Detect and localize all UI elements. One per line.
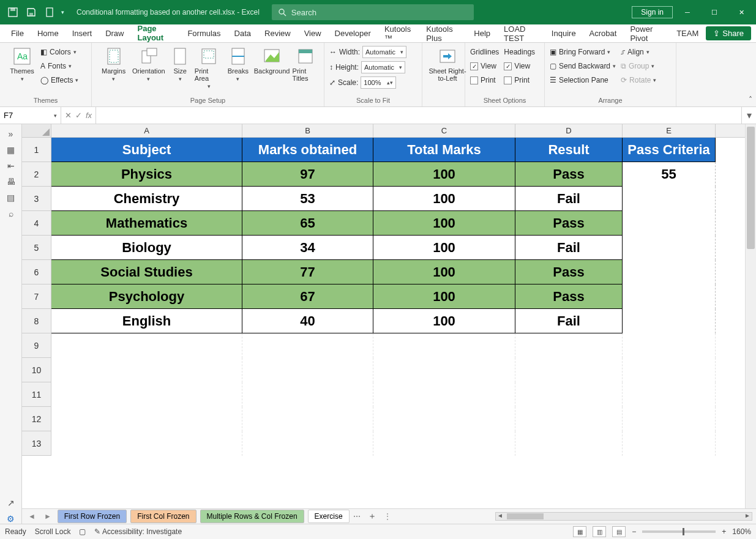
col-header-a[interactable]: A: [51, 124, 242, 137]
macro-record-icon[interactable]: ▢: [79, 527, 86, 536]
formula-expand-icon[interactable]: ▾: [741, 107, 756, 124]
cell[interactable]: [51, 382, 242, 407]
cell[interactable]: Physics: [51, 162, 242, 187]
side-gear-icon[interactable]: ⚙: [7, 514, 15, 524]
tab-file[interactable]: File: [5, 26, 30, 41]
accessibility-status[interactable]: ✎ Accessibility: Investigate: [94, 527, 182, 536]
enter-formula-icon[interactable]: ✓: [75, 111, 82, 120]
cell[interactable]: Total Marks: [373, 138, 515, 162]
row-header[interactable]: 10: [22, 358, 51, 382]
cell[interactable]: Result: [515, 138, 623, 162]
bring-forward-button[interactable]: ▣Bring Forward▾: [550, 45, 616, 59]
col-header-e[interactable]: E: [623, 124, 716, 137]
col-header-b[interactable]: B: [242, 124, 373, 137]
select-all-corner[interactable]: [22, 124, 51, 137]
cell[interactable]: [623, 333, 716, 358]
share-button[interactable]: ⇪Share: [706, 26, 751, 40]
cell[interactable]: 53: [242, 187, 373, 211]
side-icon-5[interactable]: ⌕: [9, 209, 13, 218]
sheet-tab-1[interactable]: First Row Frozen: [58, 510, 127, 523]
sheet-nav-next[interactable]: ►: [42, 512, 54, 521]
fonts-button[interactable]: AFonts▾: [40, 59, 78, 73]
cell[interactable]: [623, 211, 716, 236]
tab-acrobat[interactable]: Acrobat: [583, 26, 623, 41]
cell[interactable]: [373, 333, 515, 358]
cell[interactable]: [515, 431, 623, 456]
sheet-nav-prev[interactable]: ◄: [26, 512, 38, 521]
save-icon[interactable]: [24, 6, 38, 19]
size-button[interactable]: Size▾: [167, 45, 193, 82]
tab-data[interactable]: Data: [228, 26, 257, 41]
cell[interactable]: [242, 382, 373, 407]
headings-view-checkbox[interactable]: ✓View: [504, 59, 535, 73]
cell[interactable]: [373, 407, 515, 431]
cell[interactable]: [242, 333, 373, 358]
tab-power-pivot[interactable]: Power Pivot: [624, 21, 669, 46]
tab-draw[interactable]: Draw: [99, 26, 130, 41]
background-button[interactable]: Background: [253, 45, 291, 75]
horizontal-scrollbar[interactable]: [495, 512, 752, 521]
selection-pane-button[interactable]: ☰Selection Pane: [550, 73, 616, 87]
cell[interactable]: Pass Criteria: [623, 138, 716, 162]
breaks-button[interactable]: Breaks▾: [225, 45, 251, 82]
sheet-more-icon[interactable]: ⋯: [353, 512, 361, 521]
search-box[interactable]: Search: [272, 4, 474, 20]
send-backward-button[interactable]: ▢Send Backward▾: [550, 59, 616, 73]
side-icon-3[interactable]: 🖶: [7, 177, 15, 187]
effects-button[interactable]: ◯Effects▾: [40, 73, 78, 87]
cell[interactable]: 97: [242, 162, 373, 187]
row-header[interactable]: 2: [22, 162, 51, 187]
colors-button[interactable]: ◧Colors▾: [40, 45, 78, 59]
cell[interactable]: Pass: [515, 162, 623, 187]
cell[interactable]: Marks obtained: [242, 138, 373, 162]
view-page-layout-button[interactable]: ▥: [593, 526, 606, 537]
name-box[interactable]: F7▾: [0, 107, 61, 124]
side-icon-2[interactable]: ⇤: [7, 161, 15, 171]
formula-input[interactable]: [96, 107, 741, 124]
zoom-out-button[interactable]: −: [632, 527, 636, 536]
view-normal-button[interactable]: ▦: [573, 526, 586, 537]
cell[interactable]: [373, 431, 515, 456]
cell[interactable]: 100: [373, 187, 515, 211]
tab-load-test[interactable]: LOAD TEST: [498, 21, 544, 46]
cell[interactable]: [515, 333, 623, 358]
tab-insert[interactable]: Insert: [66, 26, 99, 41]
cell[interactable]: Pass: [515, 211, 623, 236]
width-select[interactable]: Automatic▾: [362, 46, 406, 58]
cell[interactable]: [623, 309, 716, 333]
cell[interactable]: [51, 333, 242, 358]
cell[interactable]: Social Studies: [51, 260, 242, 284]
cell[interactable]: 65: [242, 211, 373, 236]
cell[interactable]: [623, 382, 716, 407]
cell[interactable]: [623, 260, 716, 284]
tab-inquire[interactable]: Inquire: [545, 26, 582, 41]
cell[interactable]: Subject: [51, 138, 242, 162]
cell[interactable]: Psychology: [51, 284, 242, 309]
row-header[interactable]: 8: [22, 309, 51, 333]
cell[interactable]: 40: [242, 309, 373, 333]
tab-review[interactable]: Review: [258, 26, 297, 41]
cell[interactable]: Biology: [51, 236, 242, 260]
minimize-button[interactable]: ─: [675, 3, 700, 21]
tab-kutools-plus[interactable]: Kutools Plus: [420, 21, 466, 46]
tab-team[interactable]: TEAM: [670, 26, 705, 41]
headings-print-checkbox[interactable]: Print: [504, 73, 535, 87]
row-header[interactable]: 1: [22, 138, 51, 162]
print-area-button[interactable]: Print Area▾: [195, 45, 223, 89]
cell[interactable]: 67: [242, 284, 373, 309]
side-icon-4[interactable]: ▤: [7, 193, 15, 203]
row-header[interactable]: 12: [22, 407, 51, 431]
new-sheet-button[interactable]: ＋: [364, 511, 380, 522]
cell[interactable]: 77: [242, 260, 373, 284]
ribbon-collapse-icon[interactable]: ˄: [749, 95, 752, 104]
spreadsheet-grid[interactable]: A B C D E 1SubjectMarks obtainedTotal Ma…: [22, 124, 745, 508]
row-header[interactable]: 11: [22, 382, 51, 407]
sheet-tab-4[interactable]: Exercise: [308, 510, 350, 523]
close-button[interactable]: ✕: [729, 3, 754, 21]
col-header-d[interactable]: D: [515, 124, 623, 137]
cell[interactable]: [242, 358, 373, 382]
cell[interactable]: [515, 358, 623, 382]
cell[interactable]: [515, 407, 623, 431]
print-titles-button[interactable]: Print Titles: [293, 45, 319, 82]
tab-home[interactable]: Home: [31, 26, 65, 41]
